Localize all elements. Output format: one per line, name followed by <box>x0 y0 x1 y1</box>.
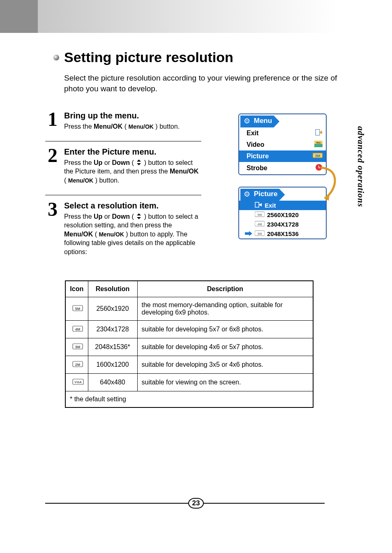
side-tab-label: advanced operations <box>354 107 367 226</box>
menu-ok-icon: Menu/OK <box>68 177 93 184</box>
table-row: 4M 2304x1728 suitable for developing 5x7… <box>65 321 313 338</box>
exit-icon <box>255 202 262 209</box>
svg-text:4M: 4M <box>257 222 262 226</box>
th-desc: Description <box>137 281 313 297</box>
picture-row-label: Exit <box>265 202 276 209</box>
intro-text: Select the picture resolution according … <box>64 73 341 94</box>
gear-icon <box>244 191 250 199</box>
menu-panel-title: Menu <box>240 116 279 127</box>
menu-row-video[interactable]: Video Web <box>239 139 326 150</box>
menu-row-label: Picture <box>247 153 269 160</box>
svg-text:2M: 2M <box>75 363 80 367</box>
gear-icon <box>244 118 250 126</box>
table-row: VGA 640x480 suitable for viewing on the … <box>65 374 313 391</box>
svg-point-5 <box>247 120 248 122</box>
step-2-number: 2 <box>45 147 60 164</box>
svg-rect-9 <box>314 144 323 147</box>
table-row: 5M 2560x1920 the most memory-demanding o… <box>65 297 313 321</box>
svg-text:4M: 4M <box>75 327 80 331</box>
table-row: 2M 1600x1200 suitable for developing 3x5… <box>65 356 313 374</box>
svg-point-15 <box>247 194 248 195</box>
svg-marker-0 <box>137 160 141 162</box>
step-2-text: Press the Up or Down ( ) button to selec… <box>64 158 201 185</box>
menu-ok-icon: Menu/OK <box>99 231 124 238</box>
picture-row-label: 2304X1728 <box>267 221 299 228</box>
svg-text:5M: 5M <box>257 213 262 217</box>
step-2-title: Enter the Picture menu. <box>64 147 201 157</box>
picture-row-2560[interactable]: 5M 2560X1920 <box>239 210 326 220</box>
cursor-arrow-icon <box>245 230 252 237</box>
step-1-title: Bring up the menu. <box>64 111 201 120</box>
resolution-table: Icon Resolution Description 5M 2560x1920… <box>65 280 314 408</box>
menu-row-label: Video <box>247 141 264 148</box>
res-3m-icon: 3M <box>313 152 323 160</box>
picture-row-label: 2560X1920 <box>267 211 299 218</box>
svg-marker-22 <box>245 231 252 236</box>
svg-text:3M: 3M <box>257 232 262 236</box>
res-4m-icon: 4M <box>72 325 81 331</box>
picture-panel: Picture Exit 5M 2560X1920 4M <box>238 187 327 239</box>
svg-text:3M: 3M <box>75 345 80 349</box>
table-footnote: * the default setting <box>65 391 313 408</box>
svg-marker-3 <box>137 217 141 219</box>
step-3-title: Select a resolution item. <box>64 201 201 211</box>
step-1-number: 1 <box>45 111 60 128</box>
footer-rule <box>45 503 325 504</box>
up-down-icon <box>136 213 142 220</box>
heading-bullet-icon <box>53 55 59 60</box>
picture-row-exit[interactable]: Exit <box>239 201 326 210</box>
svg-text:VGA: VGA <box>74 380 82 384</box>
th-res: Resolution <box>88 281 137 297</box>
step-3-text: Press the Up or Down ( ) button to selec… <box>64 212 201 257</box>
menu-panel: Menu Exit Video Web Picture 3M <box>238 113 327 175</box>
res-vga-icon: VGA <box>72 378 81 384</box>
picture-row-label: 2048X1536 <box>267 230 299 237</box>
picture-panel-title: Picture <box>240 189 285 201</box>
menu-row-label: Strobe <box>247 164 267 172</box>
table-row: 3M 2048x1536* suitable for developing 4x… <box>65 338 313 356</box>
step-2: 2 Enter the Picture menu. Press the Up o… <box>45 141 201 195</box>
svg-text:Web: Web <box>316 141 321 144</box>
picture-row-2048[interactable]: 3M 2048X1536 <box>239 229 326 238</box>
res-5m-icon: 5M <box>255 211 265 218</box>
svg-marker-2 <box>137 213 141 215</box>
step-1-text: Press the Menu/OK ( Menu/OK ) button. <box>64 122 201 131</box>
th-icon: Icon <box>65 281 88 297</box>
menu-row-label: Exit <box>247 130 258 137</box>
menu-row-picture[interactable]: Picture 3M <box>239 150 326 162</box>
res-2m-icon: 2M <box>72 360 81 367</box>
res-3m-icon: 3M <box>255 230 265 237</box>
menu-row-exit[interactable]: Exit <box>239 127 326 139</box>
res-5m-icon: 5M <box>72 304 81 311</box>
header-gradient <box>0 0 337 33</box>
svg-text:5M: 5M <box>75 307 80 311</box>
menu-row-strobe[interactable]: Strobe <box>239 162 326 174</box>
menu-ok-icon: Menu/OK <box>128 123 153 130</box>
svg-marker-7 <box>319 131 322 134</box>
svg-text:3M: 3M <box>315 154 321 158</box>
res-4m-icon: 4M <box>255 221 265 228</box>
step-3-number: 3 <box>45 201 60 218</box>
svg-marker-1 <box>137 163 141 165</box>
picture-row-2304[interactable]: 4M 2304X1728 <box>239 220 326 229</box>
step-3: 3 Select a resolution item. Press the Up… <box>45 195 201 266</box>
res-3m-icon: 3M <box>72 342 81 349</box>
strobe-icon <box>315 164 323 173</box>
video-icon: Web <box>314 141 323 149</box>
svg-rect-16 <box>255 202 259 207</box>
page-title: Setting picture resolution <box>64 49 233 65</box>
exit-icon <box>315 129 323 137</box>
page-number: 23 <box>188 498 204 509</box>
up-down-icon <box>136 159 142 166</box>
step-1: 1 Bring up the menu. Press the Menu/OK (… <box>45 105 201 141</box>
header-gradient-dark <box>0 0 38 33</box>
